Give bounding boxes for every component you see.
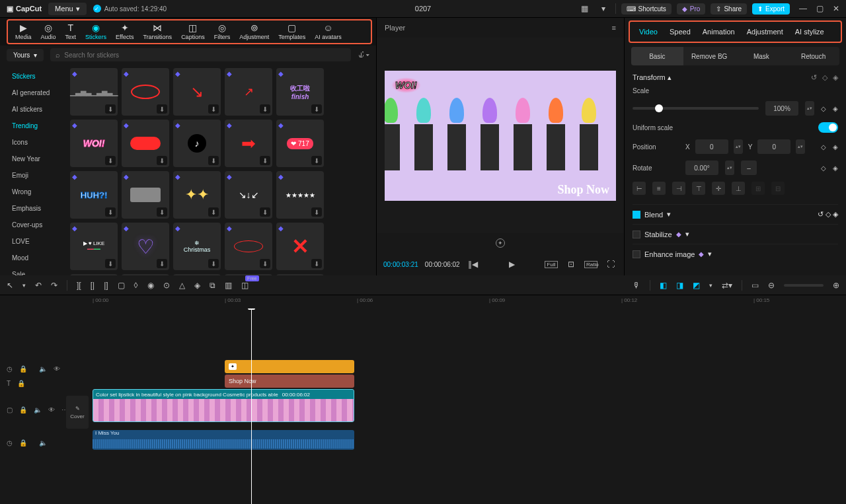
audio-clip[interactable]: I Miss You [93,430,354,450]
toolbar-stickers[interactable]: ◉Stickers [81,23,111,40]
sticker-audio-wave[interactable]: ◆▁▃▅▃▁▃▅▃▁⬇ [70,68,118,116]
redo-icon[interactable]: ↷ [51,281,58,290]
text-clip[interactable]: Shop Now [225,375,354,388]
keyframe-icon-2[interactable]: ◈ [833,164,838,172]
shortcuts-button[interactable]: ⌨ Shortcuts [621,3,672,15]
category-love[interactable]: LOVE [9,233,66,250]
reset-icon[interactable]: ↺ [811,73,817,82]
sticker-sparkle-cloud[interactable]: ◆✧⁂✧⬇ [173,274,221,275]
mute-icon[interactable]: 🔈 [39,439,47,447]
align-right-icon[interactable]: ⊣ [672,182,685,195]
trim-right-icon[interactable]: |​] [104,281,108,290]
tab-adjustment[interactable]: Adjustment [747,28,783,36]
scale-value[interactable]: 100% [765,101,798,116]
woi-sticker-overlay[interactable]: WOI! [391,77,421,93]
toolbar-text[interactable]: TText [61,23,81,40]
toolbar-effects[interactable]: ✦Effects [111,23,138,40]
align-left-icon[interactable]: ⊢ [633,182,646,195]
x-value[interactable]: 0 [695,139,728,154]
magnet-2-icon[interactable]: ◨ [676,281,683,290]
filter-icon[interactable]: ⫝̸▾ [358,50,369,59]
sticker-purple-glow-heart[interactable]: ◆♡⬇ [122,223,169,270]
ratio-icon[interactable]: Ratio [584,261,597,268]
search-stickers[interactable]: ⌕ [50,48,351,61]
sticker-christmas-snow[interactable]: ◆❄Christmas⬇ [173,223,221,270]
reset-icon[interactable]: ↺ [818,210,824,218]
timeline-ruler[interactable]: | 00:00| 00:03| 00:06| 00:09| 00:12| 00:… [0,295,846,308]
sticker-white-6-scribble[interactable]: ◆6⬇ [122,274,169,275]
play-icon[interactable]: ▶ [506,260,519,269]
sticker-like-progress[interactable]: ◆▶ ♥ LIKE━━━━⬇ [70,223,118,270]
yours-dropdown[interactable]: Yours ▾ [7,49,44,61]
keyframe-icon[interactable]: ◇ [826,210,831,218]
align-center-h-icon[interactable]: ≡ [652,182,666,195]
lock-icon[interactable]: 🔒 [17,380,25,387]
magnet-3-icon[interactable]: ◩ [693,281,700,290]
download-icon[interactable]: ⬇ [260,207,270,217]
download-icon[interactable]: ⬇ [208,207,219,217]
sticker-finish-cn[interactable]: ◆收工啦finish⬇ [276,68,324,116]
auto-tool-icon[interactable]: ◫ [241,281,249,290]
download-icon[interactable]: ⬇ [208,156,219,165]
maximize-icon[interactable]: ▢ [816,4,824,13]
timeline-tracks[interactable]: ◷🔒🔈👁 T🔒 ▢🔒🔈👁⋯ ◷🔒🔈 ✎ Cover ✦ Shop Now Col… [0,308,846,504]
category-stickers[interactable]: Stickers [9,68,66,85]
crop-icon[interactable]: ⧉ [210,281,215,290]
warning-icon[interactable]: △ [179,281,185,290]
blend-section[interactable]: Blend ▾ ↺ ◇ ◈ [633,204,838,224]
keyframe-icon[interactable]: ◇ [821,143,826,151]
zoom-in-icon[interactable]: ⊕ [833,281,839,290]
toolbar-media[interactable]: ▶Media [11,23,36,40]
download-icon[interactable]: ⬇ [157,104,167,114]
category-emphasis[interactable]: Emphasis [9,200,66,217]
text-t-icon[interactable]: T [7,380,11,387]
zoom-out-icon[interactable]: ⊖ [768,281,775,290]
align-bottom-icon[interactable]: ⊥ [732,182,745,195]
delete-left-icon[interactable]: ▢ [118,281,125,290]
pro-button[interactable]: ◆ Pro [677,3,706,15]
transform-head[interactable]: Transform ▴ ↺◇◈ [633,73,838,82]
marker-icon[interactable]: ◊ [134,281,138,290]
keyframe-icon[interactable]: ◇ [822,73,827,82]
clock-icon[interactable]: ◷ [7,365,13,373]
download-icon[interactable]: ⬇ [157,156,167,165]
link-icon[interactable]: ⇄▾ [722,281,732,290]
scale-icon[interactable]: ⊡ [564,260,578,269]
enhance-section[interactable]: Enhance image ◆ ▾ [633,244,838,264]
tab-speed[interactable]: Speed [670,28,691,36]
subtab-remove-bg[interactable]: Remove BG [683,47,736,65]
sticker-red-x[interactable]: ◆✕⬇ [276,223,324,270]
close-icon[interactable]: ✕ [833,4,839,13]
export-button[interactable]: ⬆ Export [752,3,790,15]
scale-stepper[interactable]: ▴▾ [805,101,814,116]
x-stepper[interactable]: ▴▾ [734,139,743,154]
keyframe-icon-2[interactable]: ◈ [833,143,838,151]
sticker-gray-brush[interactable]: ◆⬇ [122,171,169,219]
project-title[interactable]: 0207 [415,5,431,13]
category-icons[interactable]: Icons [9,134,66,151]
keyframe-icon-2[interactable]: ◈ [833,105,838,112]
lock-icon[interactable]: 🔒 [19,365,27,373]
eye-icon[interactable]: 👁 [54,365,60,373]
download-icon[interactable]: ⬇ [105,259,116,268]
sticker-red-arrow-small[interactable]: ◆↗⬇ [225,68,272,116]
enhance-checkbox[interactable] [633,250,640,258]
subtab-basic[interactable]: Basic [631,47,683,65]
mic-icon[interactable]: 🎙 [633,281,640,290]
toolbar-adjustment[interactable]: ⊚Adjustment [235,23,274,40]
category-sale[interactable]: Sale [9,266,66,275]
keyframe-icon[interactable]: ◇ [821,105,826,112]
expand-icon[interactable]: ⛶ [604,260,617,269]
blend-checkbox[interactable] [633,211,640,219]
rotate-icon[interactable]: ◈ [194,281,200,290]
mute-icon[interactable]: 🔈 [39,365,47,373]
full-icon[interactable]: Full [545,261,558,268]
scale-slider[interactable] [633,107,759,110]
align-center-v-icon[interactable]: ✛ [712,182,725,195]
download-icon[interactable]: ⬇ [105,207,116,217]
category-ai-stickers[interactable]: AI stickers [9,101,66,118]
split-icon[interactable]: ]​[ [77,281,81,290]
lock-icon[interactable]: 🔒 [19,439,27,447]
download-icon[interactable]: ⬇ [311,207,322,217]
keyframe-icon-2[interactable]: ◈ [833,73,838,82]
